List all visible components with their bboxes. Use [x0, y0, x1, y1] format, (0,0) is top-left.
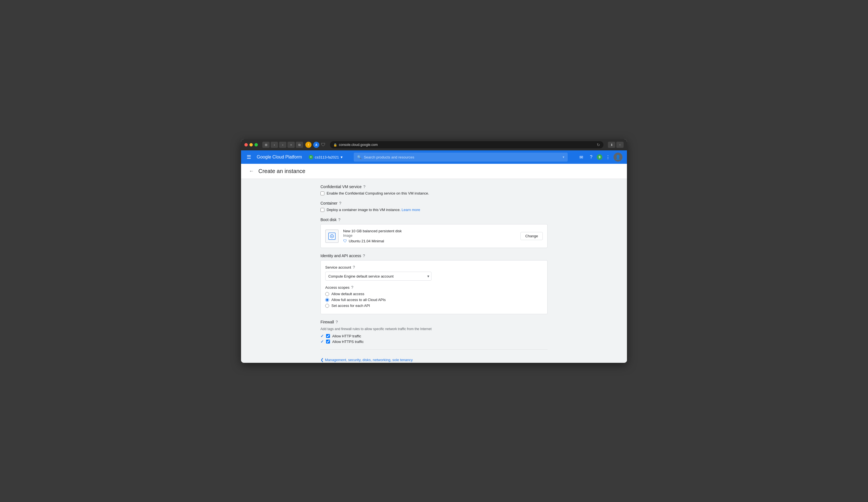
access-scopes-section: Access scopes ? Allow default access All…	[325, 285, 543, 308]
back-browser-button[interactable]: ‹	[271, 142, 278, 148]
extension-abp-icon[interactable]: A	[313, 142, 319, 148]
share-button[interactable]: ↑	[616, 142, 623, 148]
confidential-vm-checkbox-label: Enable the Confidential Computing servic…	[327, 191, 429, 195]
advanced-expand-link[interactable]: ❮ Management, security, disks, networkin…	[320, 357, 548, 362]
confidential-vm-checkbox[interactable]	[320, 191, 324, 195]
firewall-description: Add tags and firewall rules to allow spe…	[320, 326, 548, 332]
browser-titlebar: ⊞ ‹ › + ⧉ ! A 🛡 🔒 console.cloud.google.c…	[241, 139, 627, 150]
confidential-vm-section: Confidential VM service ? Enable the Con…	[320, 185, 548, 195]
extension-shield-icon[interactable]: 🛡	[321, 142, 326, 147]
https-traffic-label: Allow HTTPS traffic	[332, 339, 363, 344]
notification-count[interactable]: 9	[597, 154, 602, 160]
minimize-window-button[interactable]	[249, 143, 253, 146]
https-check-icon: ✓	[320, 339, 324, 344]
http-check-icon: ✓	[320, 334, 324, 338]
change-disk-button[interactable]: Change	[520, 232, 543, 240]
firewall-section: Firewall ? Add tags and firewall rules t…	[320, 320, 548, 344]
search-bar[interactable]: 🔍 Search products and resources ▾	[354, 153, 568, 161]
service-account-select-wrapper: Compute Engine default service account ▾	[325, 272, 432, 281]
refresh-icon[interactable]: ↻	[597, 143, 600, 147]
access-scope-full-label: Allow full access to all Cloud APIs	[331, 298, 386, 302]
browser-right-controls: ⬇ ↑	[608, 142, 623, 148]
advanced-label: Management, security, disks, networking,…	[325, 358, 413, 362]
os-shield-icon: 🛡	[343, 239, 347, 243]
project-name: cs3113-fa2021	[315, 155, 339, 159]
disk-icon	[325, 229, 339, 243]
gcp-header: ☰ Google Cloud Platform ✦ cs3113-fa2021 …	[241, 150, 627, 164]
user-avatar[interactable]: 👤	[613, 153, 622, 161]
address-bar[interactable]: 🔒 console.cloud.google.com ↻	[330, 141, 603, 148]
access-scope-custom-radio[interactable]	[325, 304, 329, 308]
confidential-vm-help-icon[interactable]: ?	[363, 185, 365, 189]
boot-disk-section: Boot disk ? New 10 GB balanced persisten…	[320, 218, 548, 248]
access-scope-default-label: Allow default access	[331, 292, 364, 296]
service-account-label: Service account ?	[325, 265, 543, 270]
project-selector[interactable]: ✦ cs3113-fa2021 ▾	[307, 154, 345, 160]
container-label: Container ?	[320, 201, 548, 206]
url-text: console.cloud.google.com	[339, 143, 378, 147]
project-icon: ✦	[309, 155, 313, 159]
download-button[interactable]: ⬇	[608, 142, 615, 148]
identity-card: Service account ? Compute Engine default…	[320, 260, 548, 314]
duplicate-tab-button[interactable]: ⧉	[296, 142, 303, 148]
help-button[interactable]: ?	[587, 153, 596, 161]
access-scope-full-radio[interactable]	[325, 298, 329, 302]
search-icon: 🔍	[357, 155, 362, 159]
search-placeholder: Search products and resources	[364, 155, 414, 159]
boot-disk-help-icon[interactable]: ?	[338, 218, 341, 222]
access-scopes-label: Access scopes ?	[325, 285, 543, 290]
http-traffic-label: Allow HTTP traffic	[332, 334, 361, 338]
access-scope-full-row: Allow full access to all Cloud APIs	[325, 298, 543, 302]
disk-os: 🛡 Ubuntu 21.04 Minimal	[343, 239, 516, 243]
access-scope-default-radio[interactable]	[325, 292, 329, 296]
page-content: Confidential VM service ? Enable the Con…	[241, 179, 627, 363]
notifications-button[interactable]: ✉	[577, 153, 586, 161]
close-window-button[interactable]	[245, 143, 248, 146]
disk-name: New 10 GB balanced persistent disk	[343, 229, 516, 233]
container-checkbox-row: Deploy a container image to this VM inst…	[320, 208, 548, 212]
firewall-help-icon[interactable]: ?	[335, 320, 338, 324]
firewall-label: Firewall ?	[320, 320, 548, 324]
identity-section: Identity and API access ? Service accoun…	[320, 253, 548, 314]
header-actions: ✉ ? 9 ⋮ 👤	[577, 153, 622, 161]
extension-warning-icon[interactable]: !	[306, 142, 311, 148]
identity-help-icon[interactable]: ?	[363, 253, 365, 258]
confidential-vm-checkbox-row: Enable the Confidential Computing servic…	[320, 191, 548, 195]
back-button[interactable]: ←	[248, 167, 255, 175]
https-traffic-checkbox[interactable]	[326, 339, 330, 344]
forward-browser-button[interactable]: ›	[279, 142, 286, 148]
boot-disk-label: Boot disk ?	[320, 218, 548, 222]
container-checkbox-label: Deploy a container image to this VM inst…	[327, 208, 420, 212]
tab-view-button[interactable]: ⊞	[262, 142, 270, 148]
chevron-left-icon: ❮	[320, 357, 324, 362]
boot-disk-card: New 10 GB balanced persistent disk Image…	[320, 224, 548, 248]
access-scope-custom-row: Set access for each API	[325, 304, 543, 308]
app-name: Google Cloud Platform	[257, 155, 302, 160]
access-scopes-help-icon[interactable]: ?	[351, 285, 353, 290]
chevron-down-icon: ▾	[341, 155, 343, 159]
container-checkbox[interactable]	[320, 208, 324, 212]
menu-button[interactable]: ☰	[246, 153, 252, 161]
service-account-help-icon[interactable]: ?	[353, 265, 355, 270]
access-scope-custom-label: Set access for each API	[331, 304, 370, 308]
disk-info: New 10 GB balanced persistent disk Image…	[343, 229, 516, 243]
confidential-vm-label: Confidential VM service ?	[320, 185, 548, 189]
service-account-select[interactable]: Compute Engine default service account	[325, 272, 432, 281]
more-options-button[interactable]: ⋮	[603, 153, 612, 161]
page-header: ← Create an instance	[241, 164, 627, 179]
https-traffic-row: ✓ Allow HTTPS traffic	[320, 339, 548, 344]
traffic-lights	[245, 143, 258, 146]
browser-controls: ⊞ ‹ › + ⧉	[262, 142, 303, 148]
identity-label: Identity and API access ?	[320, 253, 548, 258]
page-title: Create an instance	[258, 168, 306, 175]
http-traffic-row: ✓ Allow HTTP traffic	[320, 334, 548, 338]
http-traffic-checkbox[interactable]	[326, 334, 330, 338]
access-scope-default-row: Allow default access	[325, 292, 543, 296]
container-learn-more-link[interactable]: Learn more	[402, 208, 420, 212]
new-tab-button[interactable]: +	[288, 142, 295, 148]
lock-icon: 🔒	[333, 143, 337, 147]
container-help-icon[interactable]: ?	[339, 201, 341, 206]
search-expand-icon: ▾	[562, 155, 564, 159]
container-section: Container ? Deploy a container image to …	[320, 201, 548, 212]
maximize-window-button[interactable]	[255, 143, 258, 146]
